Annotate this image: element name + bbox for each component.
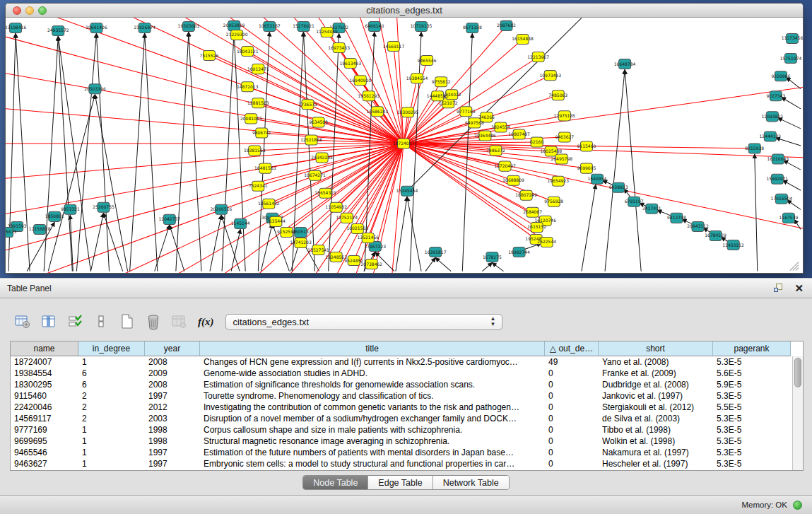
table-cell[interactable]: 1997 <box>145 458 200 469</box>
table-cell[interactable]: Stergiakouli et al. (2012) <box>599 402 713 413</box>
table-cell[interactable]: 0 <box>545 390 599 402</box>
column-header-6[interactable]: pagerank <box>713 341 791 356</box>
table-cell[interactable]: 22420046 <box>11 402 78 413</box>
column-header-1[interactable]: in_degree <box>78 341 145 356</box>
table-cell[interactable]: 0 <box>545 368 599 379</box>
table-cell[interactable]: 5.3E-5 <box>713 424 791 436</box>
column-header-5[interactable]: short <box>599 341 713 356</box>
table-cell[interactable]: de Silva et al. (2003) <box>599 413 713 424</box>
table-cell[interactable]: 49 <box>545 356 599 368</box>
table-cell[interactable]: Embryonic stem cells: a model to study s… <box>200 458 545 469</box>
table-row[interactable]: 911546021997Tourette syndrome. Phenomeno… <box>11 390 803 402</box>
table-vertical-scrollbar[interactable] <box>792 356 803 471</box>
table-cell[interactable]: 9465546 <box>11 447 78 458</box>
graph-edge-selected[interactable] <box>6 18 404 144</box>
table-cell[interactable]: Dudbridge et al. (2008) <box>599 379 713 390</box>
table-cell[interactable]: 6 <box>78 379 145 390</box>
table-cell[interactable]: 0 <box>545 402 599 413</box>
graph-edge-selected[interactable] <box>6 18 404 144</box>
graph-edge[interactable] <box>155 225 170 271</box>
table-row[interactable]: 977716911998Corpus callosum shape and si… <box>11 424 803 436</box>
table-cell[interactable]: Corpus callosum shape and size in male p… <box>200 424 545 436</box>
float-panel-icon[interactable] <box>774 283 784 293</box>
table-cell[interactable]: 1 <box>78 458 145 469</box>
column-narrow-icon[interactable] <box>93 313 110 330</box>
table-select-dropdown[interactable]: citations_edges.txt ▲▼ <box>225 314 502 330</box>
graph-edge-selected[interactable] <box>312 140 404 144</box>
table-cell[interactable]: 9115460 <box>11 390 78 402</box>
tab-node-table[interactable]: Node Table <box>303 476 368 489</box>
table-cell[interactable]: 5.3E-5 <box>713 413 791 424</box>
graph-edge[interactable] <box>103 213 122 271</box>
graph-edge-selected[interactable] <box>6 18 404 144</box>
network-canvas[interactable]: 1872400723198416249355722069140621926974… <box>6 18 803 273</box>
table-cell[interactable]: 0 <box>545 379 599 390</box>
table-cell[interactable]: 1 <box>78 436 145 447</box>
table-cell[interactable]: 0 <box>545 458 599 469</box>
table-cell[interactable]: 9463627 <box>11 458 78 469</box>
table-cell[interactable]: 0 <box>545 436 599 447</box>
table-cell[interactable]: 2003 <box>145 413 200 424</box>
graph-edge[interactable] <box>778 118 801 129</box>
table-cell[interactable]: 1 <box>78 447 145 458</box>
table-cell[interactable]: 5.3E-5 <box>713 436 791 447</box>
graph-edge[interactable] <box>58 36 90 271</box>
table-cell[interactable]: 2008 <box>145 356 200 368</box>
graph-edge[interactable] <box>787 200 801 209</box>
table-cell[interactable]: 18300295 <box>11 379 78 390</box>
delete-table-icon[interactable] <box>145 313 162 330</box>
table-cell[interactable]: Tourette syndrome. Phenomenology and cla… <box>200 390 545 402</box>
table-cell[interactable]: Disruption of a novel member of a sodium… <box>200 413 545 424</box>
table-cell[interactable]: 5.9E-5 <box>713 379 791 390</box>
table-row[interactable]: 1830029562008Estimation of significance … <box>11 379 803 390</box>
table-cell[interactable]: Tibbo et al. (1998) <box>599 424 713 436</box>
column-header-3[interactable]: title <box>200 341 545 356</box>
graph-edge[interactable] <box>482 263 492 271</box>
graph-edge[interactable] <box>783 180 801 190</box>
graph-edge[interactable] <box>44 36 58 271</box>
graph-edge-selected[interactable] <box>6 18 404 144</box>
graph-edge[interactable] <box>396 197 407 271</box>
table-cell[interactable]: 5.6E-5 <box>713 368 791 379</box>
graph-edge[interactable] <box>16 33 30 271</box>
function-builder-icon[interactable]: f(x) <box>198 316 214 328</box>
graph-edge[interactable] <box>582 185 596 271</box>
graph-edge[interactable] <box>176 32 189 271</box>
graph-edge[interactable] <box>605 70 625 271</box>
table-cell[interactable]: 9699695 <box>11 436 78 447</box>
graph-edge[interactable] <box>787 78 801 89</box>
network-view-window[interactable]: citations_edges.txt 18724007231984162493… <box>5 3 804 274</box>
table-cell[interactable]: 5.3E-5 <box>713 390 791 402</box>
tab-edge-table[interactable]: Edge Table <box>368 476 433 489</box>
table-cell[interactable]: 2008 <box>145 379 200 390</box>
table-cell[interactable]: 0 <box>545 413 599 424</box>
graph-edge[interactable] <box>492 263 503 271</box>
table-row[interactable]: 946554611997Estimation of the future num… <box>11 447 803 458</box>
graph-edge-selected[interactable] <box>88 144 404 273</box>
table-cell[interactable]: Hescheler et al. (1997) <box>599 458 713 469</box>
graph-edge[interactable] <box>210 215 221 271</box>
table-cell[interactable]: 6 <box>78 368 145 379</box>
table-cell[interactable]: 2 <box>78 413 145 424</box>
table-cell[interactable]: 5.3E-5 <box>713 458 791 469</box>
table-cell[interactable]: 1997 <box>145 447 200 458</box>
graph-edge[interactable] <box>782 98 801 109</box>
table-cell[interactable]: 19384554 <box>11 368 78 379</box>
table-row[interactable]: 969969511998Structural magnetic resonanc… <box>11 436 803 447</box>
table-cell[interactable]: 1997 <box>145 390 200 402</box>
table-row[interactable]: 1938455462009Genome-wide association stu… <box>11 368 803 379</box>
table-cell[interactable]: 1 <box>78 424 145 436</box>
graph-edge[interactable] <box>130 33 145 271</box>
graph-edge-selected[interactable] <box>326 144 404 193</box>
table-cell[interactable]: 2 <box>78 402 145 413</box>
table-cell[interactable]: 5.5E-5 <box>713 402 791 413</box>
table-cell[interactable]: 0 <box>545 447 599 458</box>
graph-edge[interactable] <box>261 223 272 271</box>
graph-edge-selected[interactable] <box>6 18 404 144</box>
table-cell[interactable]: 14569117 <box>11 413 78 424</box>
graph-edge[interactable] <box>170 225 184 271</box>
scrollbar-thumb[interactable] <box>794 358 801 387</box>
graph-edge-selected[interactable] <box>358 144 404 228</box>
window-titlebar[interactable]: citations_edges.txt <box>6 4 803 18</box>
graph-edge-selected[interactable] <box>6 18 404 144</box>
